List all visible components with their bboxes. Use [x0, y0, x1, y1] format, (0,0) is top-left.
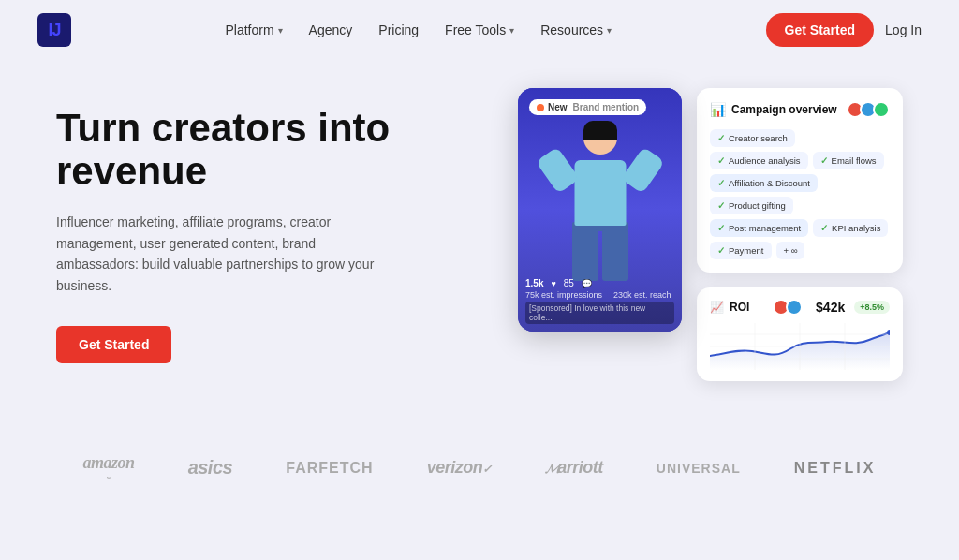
platform-chevron-icon: ▾ [278, 25, 283, 36]
free-tools-chevron-icon: ▾ [509, 25, 514, 36]
campaign-card-header: 📊 Campaign overview [710, 101, 890, 118]
hero-cta-button[interactable]: Get Started [56, 326, 171, 363]
brands-section: amazon ⌣ asics FARFETCH verizon✓ 𝓜arriot… [0, 435, 959, 501]
feature-product-gifting: ✓ Product gifting [710, 197, 793, 214]
resources-chevron-icon: ▾ [607, 25, 612, 36]
nav-links: Platform ▾ Agency Pricing Free Tools ▾ R… [214, 15, 623, 45]
brand-amazon: amazon ⌣ [83, 453, 135, 482]
feature-creator-search: ✓ Creator search [710, 129, 795, 147]
roi-chart [710, 323, 890, 370]
campaign-avatars [850, 101, 890, 118]
brand-asics: asics [188, 457, 233, 479]
hero-right: New Brand mention 1.5k ♥ 85 💬 75k est. i… [518, 88, 903, 381]
brand-netflix: NETFLIX [794, 460, 877, 477]
hero-section: Turn creators into revenue Influencer ma… [0, 60, 959, 435]
logo-icon: IJ [37, 13, 71, 47]
nav-pricing[interactable]: Pricing [367, 15, 430, 45]
feature-audience-analysis: ✓ Audience analysis [710, 152, 808, 169]
login-button[interactable]: Log In [885, 22, 922, 37]
nav-agency[interactable]: Agency [298, 15, 364, 45]
roi-header: 📈 ROI $42k +8.5% [710, 299, 890, 316]
feature-kpi-analysis: ✓ KPI analysis [813, 219, 888, 237]
roi-icon: 📈 [710, 301, 724, 314]
nav-platform[interactable]: Platform ▾ [214, 15, 293, 45]
brand-universal: UNIVERSAL [657, 461, 741, 476]
hero-left: Turn creators into revenue Influencer ma… [56, 88, 518, 363]
brand-marriott: 𝓜arriott [545, 458, 603, 478]
card-metrics-row: 75k est. impressions 230k est. reach [525, 290, 674, 300]
nav-actions: Get Started Log In [766, 13, 922, 47]
influencer-card: New Brand mention 1.5k ♥ 85 💬 75k est. i… [518, 88, 682, 332]
feature-post-management: ✓ Post management [710, 219, 808, 237]
card-new-badge: New Brand mention [529, 99, 646, 115]
brand-verizon: verizon✓ [427, 458, 492, 478]
campaign-overview-card: 📊 Campaign overview ✓ Creator search [697, 88, 903, 273]
roi-avatar-2 [786, 299, 803, 316]
card-engagement-row: 1.5k ♥ 85 💬 [525, 278, 674, 288]
navbar-get-started-button[interactable]: Get Started [766, 13, 874, 47]
feature-email-flows: ✓ Email flows [813, 152, 884, 169]
hero-subtitle: Influencer marketing, affiliate programs… [56, 212, 393, 296]
feature-affiliation: ✓ Affiliation & Discount [710, 174, 818, 192]
navbar: IJ Platform ▾ Agency Pricing Free Tools … [0, 0, 959, 60]
avatar-3 [873, 101, 890, 118]
cards-wrapper: 📊 Campaign overview ✓ Creator search [697, 88, 903, 381]
nav-free-tools[interactable]: Free Tools ▾ [434, 15, 525, 45]
card-stats: 1.5k ♥ 85 💬 75k est. impressions 230k es… [525, 278, 674, 324]
badge-dot-icon [537, 104, 544, 111]
nav-resources[interactable]: Resources ▾ [529, 15, 623, 45]
campaign-features: ✓ Creator search ✓ Audience analysis ✓ E… [710, 129, 890, 259]
brand-farfetch: FARFETCH [286, 460, 373, 477]
feature-more: + ∞ [776, 242, 805, 259]
roi-card: 📈 ROI $42k +8.5% [697, 287, 903, 381]
campaign-icon: 📊 [710, 102, 726, 117]
roi-avatars [776, 299, 803, 316]
logo[interactable]: IJ [37, 13, 71, 47]
hero-title: Turn creators into revenue [56, 107, 412, 193]
feature-payment: ✓ Payment [710, 242, 772, 259]
card-caption: [Sponsored] In love with this new colle.… [525, 302, 674, 324]
